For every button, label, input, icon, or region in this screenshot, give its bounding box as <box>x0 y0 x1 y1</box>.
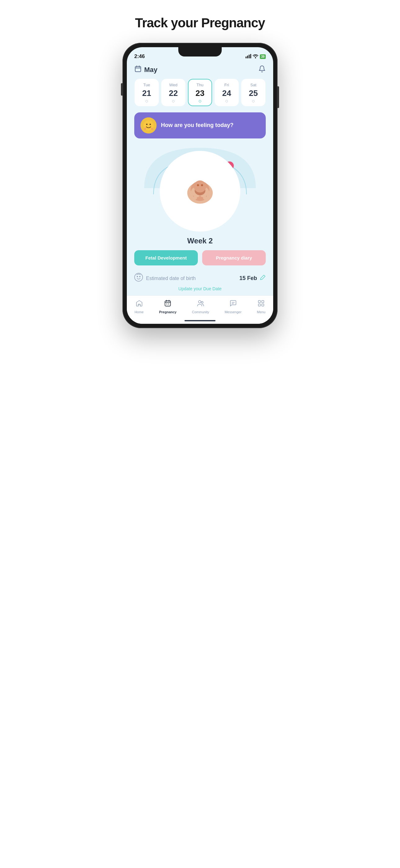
status-icons: 39 <box>245 54 266 59</box>
svg-point-37 <box>198 301 201 303</box>
due-date-value: 15 Feb <box>239 275 257 282</box>
day-name: Thu <box>192 83 208 87</box>
month-label: May <box>144 66 158 74</box>
day-card-thu[interactable]: Thu 23 <box>188 79 212 106</box>
svg-rect-31 <box>165 301 171 306</box>
svg-point-24 <box>191 190 195 196</box>
action-buttons: Fetal Development Pregnancy diary <box>127 250 273 270</box>
update-due-date-link[interactable]: Update your Due Date <box>127 285 273 296</box>
page-title: Track your Pregnancy <box>135 16 265 30</box>
bell-icon[interactable] <box>258 65 266 74</box>
svg-point-35 <box>167 304 167 305</box>
day-dot <box>226 100 228 102</box>
progress-circle-area <box>141 145 259 231</box>
signal-icon <box>245 54 251 59</box>
svg-point-25 <box>205 190 209 196</box>
nav-label-messenger: Messenger <box>225 310 241 314</box>
day-number: 21 <box>139 89 155 98</box>
home-bar <box>185 320 215 321</box>
svg-rect-2 <box>249 55 249 58</box>
pregnancy-diary-button[interactable]: Pregnancy diary <box>202 250 266 266</box>
svg-rect-41 <box>258 301 261 303</box>
community-icon <box>197 300 204 309</box>
home-indicator <box>127 320 273 324</box>
svg-point-27 <box>203 196 207 199</box>
day-dot <box>172 100 174 102</box>
svg-point-30 <box>139 276 140 277</box>
day-name: Sat <box>245 83 261 87</box>
nav-item-pregnancy[interactable]: Pregnancy <box>159 300 176 314</box>
baby-circle <box>160 151 240 231</box>
svg-point-38 <box>201 302 203 303</box>
day-name: Wed <box>166 83 181 87</box>
status-time: 2:46 <box>134 53 145 60</box>
nav-label-home: Home <box>135 310 143 314</box>
feeling-emoji <box>140 117 157 133</box>
day-card-fri[interactable]: Fri 24 <box>214 79 239 106</box>
day-card-wed[interactable]: Wed 22 <box>161 79 186 106</box>
day-number: 23 <box>192 89 208 98</box>
nav-label-community: Community <box>192 310 209 314</box>
due-date-row: Estimated date of birth 15 Feb <box>127 270 273 285</box>
bottom-nav: Home Pregnancy <box>127 296 273 320</box>
svg-rect-1 <box>247 56 248 58</box>
feeling-text: How are you feeling today? <box>161 122 233 129</box>
svg-point-29 <box>137 276 138 277</box>
day-dot <box>199 100 201 102</box>
week-label: Week 2 <box>127 237 273 245</box>
day-card-sat[interactable]: Sat 25 <box>241 79 265 106</box>
phone-notch <box>178 47 222 57</box>
svg-rect-42 <box>262 301 264 303</box>
home-icon <box>135 300 143 309</box>
svg-rect-44 <box>262 304 264 306</box>
day-number: 25 <box>245 89 261 98</box>
svg-point-21 <box>194 180 206 192</box>
day-number: 24 <box>219 89 234 98</box>
nav-item-community[interactable]: Community <box>192 300 209 314</box>
svg-point-22 <box>197 184 199 186</box>
messenger-icon <box>229 300 237 309</box>
svg-rect-0 <box>245 57 246 58</box>
svg-rect-5 <box>135 66 141 72</box>
svg-point-23 <box>201 184 203 186</box>
day-dot <box>252 100 255 102</box>
nav-label-menu: Menu <box>257 310 266 314</box>
svg-rect-43 <box>258 304 261 306</box>
edit-icon[interactable] <box>260 274 266 282</box>
nav-item-menu[interactable]: Menu <box>257 300 266 314</box>
svg-point-28 <box>135 273 143 281</box>
day-number: 22 <box>166 89 181 98</box>
svg-rect-3 <box>250 54 251 58</box>
svg-point-36 <box>168 304 169 305</box>
nav-label-pregnancy: Pregnancy <box>159 310 176 314</box>
calendar-row: Tue 21 Wed 22 Thu 23 Fri 24 <box>127 79 273 113</box>
baby-illustration <box>180 171 220 211</box>
baby-face-icon <box>134 273 143 284</box>
due-date-label: Estimated date of birth <box>146 276 239 281</box>
app-header: May <box>127 62 273 79</box>
svg-point-11 <box>149 124 151 125</box>
fetal-development-button[interactable]: Fetal Development <box>134 250 198 266</box>
svg-point-26 <box>193 196 197 199</box>
day-name: Fri <box>219 83 234 87</box>
menu-icon <box>257 300 265 309</box>
day-card-tue[interactable]: Tue 21 <box>135 79 159 106</box>
pregnancy-icon <box>164 300 171 309</box>
month-section: May <box>134 65 158 74</box>
feeling-card[interactable]: How are you feeling today? <box>134 113 266 138</box>
day-dot <box>145 100 148 102</box>
calendar-icon <box>134 65 142 74</box>
nav-item-messenger[interactable]: Messenger <box>225 300 241 314</box>
battery-badge: 39 <box>260 54 266 59</box>
phone-screen: 2:46 <box>127 47 273 324</box>
nav-item-home[interactable]: Home <box>135 300 143 314</box>
svg-point-4 <box>255 57 256 58</box>
day-name: Tue <box>139 83 155 87</box>
phone-shell: 2:46 <box>123 43 277 328</box>
svg-point-10 <box>146 124 147 125</box>
wifi-icon <box>253 54 258 59</box>
